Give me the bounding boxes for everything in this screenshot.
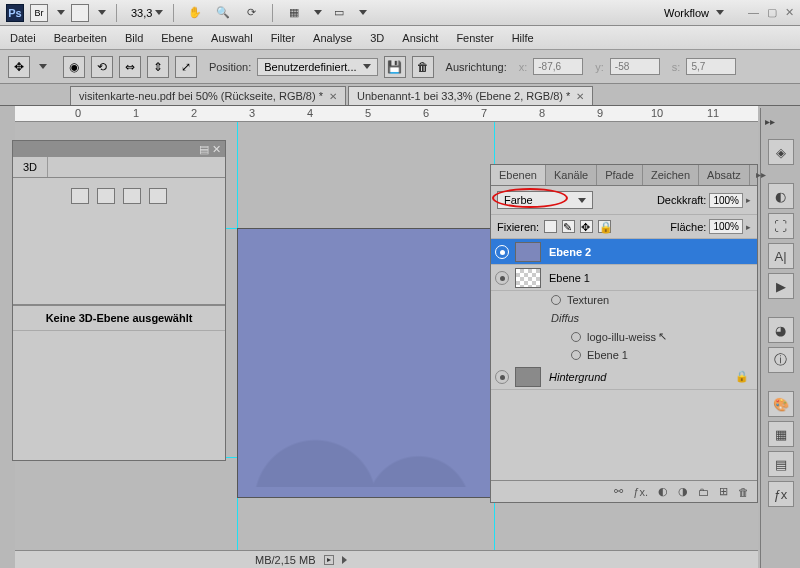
walk-icon[interactable]: ⇕ [147, 56, 169, 78]
3d-mesh-icon[interactable] [97, 188, 115, 204]
tab-kanaele[interactable]: Kanäle [546, 165, 597, 185]
tab-pfade[interactable]: Pfade [597, 165, 643, 185]
options-bar: ✥ ◉ ⟲ ⇔ ⇕ ⤢ Position: Benutzerdefiniert.… [0, 50, 800, 84]
blend-mode-dropdown[interactable]: Farbe [497, 191, 593, 209]
tab-ebenen[interactable]: Ebenen [491, 165, 546, 185]
layer-row[interactable]: Ebene 1 [491, 265, 757, 291]
menu-bearbeiten[interactable]: Bearbeiten [54, 32, 107, 44]
menu-bild[interactable]: Bild [125, 32, 143, 44]
layers-dock-icon[interactable]: ◈ [768, 139, 794, 165]
visibility-toggle-icon[interactable] [571, 350, 581, 360]
swatches-dock-icon[interactable]: 🎨 [768, 391, 794, 417]
chevron-down-icon[interactable] [57, 10, 65, 15]
opacity-field[interactable]: 100% [709, 193, 743, 208]
lock-all-icon[interactable]: 🔒 [598, 220, 611, 233]
lock-pixels-icon[interactable]: ✎ [562, 220, 575, 233]
layer-thumbnail[interactable] [515, 242, 541, 262]
zoom-tool-icon[interactable]: 🔍 [212, 3, 234, 23]
doc-tab-1[interactable]: visitenkarte-neu.pdf bei 50% (Rückseite,… [70, 86, 346, 105]
orbit-icon[interactable]: ◉ [63, 56, 85, 78]
lock-position-icon[interactable]: ✥ [580, 220, 593, 233]
layer-sublabel[interactable]: Texturen [491, 291, 757, 309]
link-layers-icon[interactable]: ⚯ [614, 485, 623, 498]
panel-overflow-icon[interactable]: ▸▸ [750, 165, 772, 185]
3d-panel-tab[interactable]: 3D [13, 157, 48, 177]
visibility-toggle-icon[interactable] [495, 245, 509, 259]
adjustments-dock-icon[interactable]: ◐ [768, 183, 794, 209]
layer-thumbnail[interactable] [515, 367, 541, 387]
menu-filter[interactable]: Filter [271, 32, 295, 44]
fx-icon[interactable]: ƒx. [633, 486, 648, 498]
layer-sublabel[interactable]: Ebene 1 [491, 346, 757, 364]
x-field[interactable]: -87,6 [533, 58, 583, 75]
visibility-toggle-icon[interactable] [551, 295, 561, 305]
screen-mode-icon[interactable]: ▭ [328, 3, 350, 23]
doc-tab-2[interactable]: Unbenannt-1 bei 33,3% (Ebene 2, RGB/8) *… [348, 86, 593, 105]
bridge-icon[interactable]: Br [30, 4, 48, 22]
status-arrow-icon[interactable]: ▸ [324, 555, 334, 565]
menu-ebene[interactable]: Ebene [161, 32, 193, 44]
maximize-button[interactable]: ▢ [767, 6, 777, 19]
close-tab-icon[interactable]: ✕ [329, 91, 337, 102]
lock-icon: 🔒 [735, 370, 749, 383]
actions-dock-icon[interactable]: ▶ [768, 273, 794, 299]
lock-transparency-icon[interactable] [544, 220, 557, 233]
color-dock-icon[interactable]: ◕ [768, 317, 794, 343]
tab-absatz[interactable]: Absatz [699, 165, 750, 185]
3d-scene-icon[interactable] [71, 188, 89, 204]
tab-zeichen[interactable]: Zeichen [643, 165, 699, 185]
menu-datei[interactable]: Datei [10, 32, 36, 44]
zoom-level-dropdown[interactable]: 33,3 [131, 7, 163, 19]
close-button[interactable]: ✕ [785, 6, 794, 19]
3d-materials-icon[interactable] [123, 188, 141, 204]
layer-thumbnail[interactable] [515, 268, 541, 288]
fill-field[interactable]: 100% [709, 219, 743, 234]
position-label: Position: [209, 61, 251, 73]
menu-fenster[interactable]: Fenster [456, 32, 493, 44]
menu-3d[interactable]: 3D [370, 32, 384, 44]
arrange-docs-icon[interactable]: ▦ [283, 3, 305, 23]
visibility-toggle-icon[interactable] [495, 271, 509, 285]
layer-row[interactable]: Ebene 2 [491, 239, 757, 265]
layer-sublabel[interactable]: logo-illu-weiss↖ [491, 327, 757, 346]
expand-dock-icon[interactable]: ▸▸ [765, 116, 775, 127]
zoom3d-icon[interactable]: ⤢ [175, 56, 197, 78]
panel-menu-icon[interactable]: ▤ ✕ [199, 143, 221, 156]
info-dock-icon[interactable]: ⓘ [768, 347, 794, 373]
visibility-toggle-icon[interactable] [571, 332, 581, 342]
save-preset-icon[interactable]: 💾 [384, 56, 406, 78]
filmstrip-icon[interactable] [71, 4, 89, 22]
menu-ansicht[interactable]: Ansicht [402, 32, 438, 44]
navigator-dock-icon[interactable]: ⛶ [768, 213, 794, 239]
menu-auswahl[interactable]: Auswahl [211, 32, 253, 44]
new-layer-icon[interactable]: ⊞ [719, 485, 728, 498]
pan-icon[interactable]: ⇔ [119, 56, 141, 78]
close-tab-icon[interactable]: ✕ [576, 91, 584, 102]
layer-list: Ebene 2 Ebene 1 Texturen Diffus logo-ill… [491, 239, 757, 480]
character-dock-icon[interactable]: A| [768, 243, 794, 269]
history-dock-icon[interactable]: ▤ [768, 451, 794, 477]
delete-layer-icon[interactable]: 🗑 [738, 486, 749, 498]
mask-icon[interactable]: ◐ [658, 485, 668, 498]
adjustment-icon[interactable]: ◑ [678, 485, 688, 498]
rotate-view-icon[interactable]: ⟳ [240, 3, 262, 23]
menu-analyse[interactable]: Analyse [313, 32, 352, 44]
menu-hilfe[interactable]: Hilfe [512, 32, 534, 44]
roll-icon[interactable]: ⟲ [91, 56, 113, 78]
layer-sublabel[interactable]: Diffus [491, 309, 757, 327]
visibility-toggle-icon[interactable] [495, 370, 509, 384]
position-dropdown[interactable]: Benutzerdefiniert... [257, 58, 377, 76]
fx-dock-icon[interactable]: ƒx [768, 481, 794, 507]
s-field[interactable]: 5,7 [686, 58, 736, 75]
delete-preset-icon[interactable]: 🗑 [412, 56, 434, 78]
current-tool-icon[interactable]: ✥ [8, 56, 30, 78]
group-icon[interactable]: 🗀 [698, 486, 709, 498]
3d-lights-icon[interactable] [149, 188, 167, 204]
y-field[interactable]: -58 [610, 58, 660, 75]
hand-tool-icon[interactable]: ✋ [184, 3, 206, 23]
workspace-switcher[interactable]: Workflow [664, 7, 724, 19]
chevron-down-icon[interactable] [98, 10, 106, 15]
layer-row[interactable]: Hintergrund 🔒 [491, 364, 757, 390]
minimize-button[interactable]: — [748, 6, 759, 19]
styles-dock-icon[interactable]: ▦ [768, 421, 794, 447]
